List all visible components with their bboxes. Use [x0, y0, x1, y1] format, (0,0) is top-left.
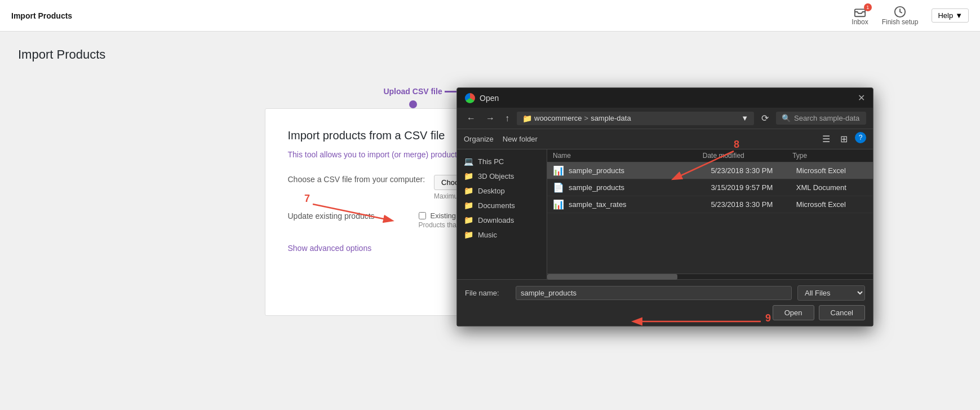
- xml-icon-1: 📄: [553, 182, 564, 193]
- topbar-title: Import Products: [11, 11, 72, 20]
- search-icon: 🔍: [782, 114, 791, 122]
- choose-file-label: Choose a CSV file from your computer:: [288, 175, 425, 184]
- dialog-footer: File name: All Files Open Cancel: [457, 279, 873, 326]
- dialog-toolbar: ← → ↑ 📁 woocommerce > sample-data ▼ ⟳ 🔍 …: [457, 108, 873, 129]
- documents-icon: 📁: [464, 201, 473, 210]
- file-dialog: Open ✕ ← → ↑ 📁 woocommerce > sample-data…: [456, 87, 873, 327]
- sidebar-item-this-pc[interactable]: 💻 This PC: [457, 154, 547, 169]
- file-list: 📊 sample_products 5/23/2018 3:30 PM Micr…: [547, 162, 873, 274]
- breadcrumb: 📁 woocommerce > sample-data ▼: [517, 112, 754, 125]
- finish-setup-icon: [894, 6, 906, 18]
- finish-setup-button[interactable]: Finish setup: [882, 6, 919, 26]
- inbox-label: Inbox: [852, 18, 868, 26]
- sidebar-panel: 💻 This PC 📁 3D Objects 📁 Desktop 📁 Docum…: [457, 149, 547, 279]
- file-date-2: 5/23/2018 3:30 PM: [711, 200, 796, 209]
- dialog-body: 💻 This PC 📁 3D Objects 📁 Desktop 📁 Docum…: [457, 149, 873, 279]
- finish-setup-label: Finish setup: [882, 18, 919, 26]
- organize-button[interactable]: Organize: [464, 135, 494, 143]
- step-upload-dot: [409, 100, 417, 108]
- desktop-label: Desktop: [478, 187, 505, 195]
- file-name-0: sample_products: [569, 166, 711, 175]
- cancel-button[interactable]: Cancel: [819, 305, 865, 320]
- documents-label: Documents: [478, 201, 515, 210]
- file-type-1: XML Document: [796, 183, 867, 192]
- dialog-titlebar: Open ✕: [457, 88, 873, 108]
- 3d-objects-label: 3D Objects: [478, 172, 514, 180]
- help-label: Help: [938, 11, 953, 20]
- file-list-header: Name Date modified Type: [547, 149, 873, 162]
- topbar: Import Products 1 Inbox Finish setup Hel…: [0, 0, 980, 32]
- step-upload: Upload CSV file: [383, 87, 442, 108]
- file-date-0: 5/23/2018 3:30 PM: [711, 166, 796, 175]
- up-button[interactable]: ↑: [502, 112, 512, 125]
- view-list-button[interactable]: ☰: [819, 132, 833, 146]
- folder-icon: 📁: [522, 114, 532, 123]
- music-icon: 📁: [464, 230, 473, 239]
- search-placeholder: Search sample-data: [794, 114, 859, 122]
- scrollbar-thumb: [547, 274, 677, 280]
- bc-sub: sample-data: [591, 114, 631, 122]
- file-name-1: sample_products: [569, 183, 711, 192]
- chrome-icon: [465, 93, 475, 103]
- help-button[interactable]: Help ▼: [932, 8, 969, 23]
- file-list-area: Name Date modified Type 📊 sample_product…: [547, 149, 873, 279]
- show-advanced-link[interactable]: Show advanced options: [288, 244, 372, 253]
- 3d-objects-icon: 📁: [464, 171, 473, 180]
- file-name-2: sample_tax_rates: [569, 200, 711, 209]
- file-type-0: Microsoft Excel: [796, 166, 867, 175]
- filetype-select[interactable]: All Files: [797, 285, 865, 301]
- file-row-0[interactable]: 📊 sample_products 5/23/2018 3:30 PM Micr…: [547, 162, 873, 179]
- filename-row: File name: All Files: [465, 285, 865, 301]
- file-date-1: 3/15/2019 9:57 PM: [711, 183, 796, 192]
- desktop-icon: 📁: [464, 186, 473, 195]
- search-bar: 🔍 Search sample-data: [776, 112, 866, 125]
- this-pc-icon: 💻: [464, 157, 473, 166]
- downloads-icon: 📁: [464, 215, 473, 224]
- new-folder-button[interactable]: New folder: [503, 135, 538, 143]
- sidebar-item-3d-objects[interactable]: 📁 3D Objects: [457, 169, 547, 183]
- col-date-header: Date modified: [703, 152, 792, 160]
- topbar-right: 1 Inbox Finish setup Help ▼: [852, 6, 969, 26]
- organize-toolbar: Organize New folder ☰ ⊞ ?: [457, 129, 873, 149]
- file-row-1[interactable]: 📄 sample_products 3/15/2019 9:57 PM XML …: [547, 179, 873, 196]
- this-pc-label: This PC: [478, 157, 504, 166]
- step-upload-label: Upload CSV file: [383, 87, 442, 96]
- refresh-button[interactable]: ⟳: [759, 111, 771, 125]
- update-label: Update existing products: [288, 211, 412, 221]
- sidebar-item-documents[interactable]: 📁 Documents: [457, 198, 547, 213]
- page-title: Import Products: [18, 47, 962, 62]
- view-grid-button[interactable]: ⊞: [837, 132, 850, 146]
- music-label: Music: [478, 231, 497, 239]
- forward-button[interactable]: →: [483, 112, 498, 125]
- file-row-2[interactable]: 📊 sample_tax_rates 5/23/2018 3:30 PM Mic…: [547, 196, 873, 213]
- file-type-2: Microsoft Excel: [796, 200, 867, 209]
- filename-label: File name:: [465, 289, 510, 297]
- dialog-title: Open: [480, 94, 499, 103]
- help-chevron-icon: ▼: [955, 11, 963, 20]
- update-checkbox[interactable]: [419, 212, 426, 219]
- footer-buttons: Open Cancel: [465, 305, 865, 320]
- back-button[interactable]: ←: [464, 112, 478, 125]
- downloads-label: Downloads: [478, 216, 514, 224]
- excel-icon-2: 📊: [553, 199, 564, 210]
- view-controls: ☰ ⊞ ?: [819, 132, 866, 146]
- sidebar-item-music[interactable]: 📁 Music: [457, 227, 547, 242]
- bc-dropdown-icon[interactable]: ▼: [741, 114, 748, 122]
- col-name-header: Name: [553, 152, 703, 160]
- open-button[interactable]: Open: [773, 305, 814, 320]
- sidebar-item-desktop[interactable]: 📁 Desktop: [457, 183, 547, 198]
- dialog-close-button[interactable]: ✕: [858, 92, 865, 103]
- excel-icon-0: 📊: [553, 165, 564, 176]
- help-dialog-button[interactable]: ?: [855, 132, 866, 143]
- inbox-button[interactable]: 1 Inbox: [852, 6, 868, 26]
- inbox-badge: 1: [864, 3, 872, 11]
- svg-rect-0: [855, 9, 865, 16]
- bc-root: woocommerce: [534, 114, 582, 122]
- horizontal-scrollbar[interactable]: [547, 274, 873, 279]
- sidebar-item-downloads[interactable]: 📁 Downloads: [457, 213, 547, 227]
- filename-input[interactable]: [516, 286, 792, 300]
- col-type-header: Type: [792, 152, 867, 160]
